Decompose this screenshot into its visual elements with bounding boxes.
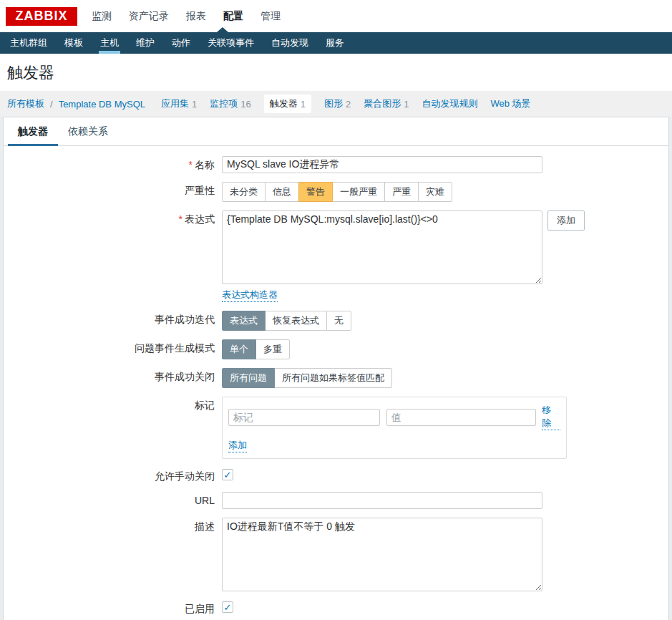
row-ok-event-generation: 事件成功迭代 表达式 恢复表达式 无	[4, 311, 668, 331]
form-tabs: 触发器 依赖关系	[4, 117, 668, 146]
ok-gen-none[interactable]: 无	[326, 311, 351, 331]
entity-tab-label: 触发器	[270, 97, 298, 110]
entity-tab-label: 图形	[324, 97, 343, 110]
severity-warning[interactable]: 警告	[298, 182, 333, 202]
configuration-active-arrow-icon	[217, 27, 228, 32]
nav-templates[interactable]: 模板	[56, 32, 92, 54]
entity-tab-label: 自动发现规则	[422, 97, 477, 110]
top-header: ZABBIX 监测 资产记录 报表 配置 管理	[0, 0, 672, 32]
ok-closes-all-problems[interactable]: 所有问题	[222, 368, 275, 388]
description-textarea[interactable]: IO进程最新T值不等于 0 触发	[222, 518, 542, 591]
nav-host-groups[interactable]: 主机群组	[1, 32, 56, 54]
page-title: 触发器	[7, 62, 665, 84]
row-enabled: 已启用 ✓	[4, 600, 668, 616]
name-label-text: 名称	[195, 159, 215, 170]
row-expression: *表达式 {Template DB MySQL:mysql.slave[io].…	[4, 210, 668, 302]
tab-dependencies[interactable]: 依赖关系	[58, 117, 118, 145]
tag-add-link[interactable]: 添加	[228, 439, 247, 452]
nav-services[interactable]: 服务	[317, 32, 353, 54]
tag-name-input[interactable]	[228, 409, 380, 426]
entity-tab-label: Web 场景	[490, 97, 530, 110]
content-panel: 触发器 依赖关系 *名称 严重性 未分类 信息 警告 一般严重 严重 灾难	[3, 117, 669, 620]
ok-gen-expression[interactable]: 表达式	[222, 311, 266, 331]
checkmark-icon: ✓	[224, 470, 232, 480]
severity-average[interactable]: 一般严重	[332, 182, 385, 202]
expression-label: *表达式	[4, 210, 222, 302]
row-severity: 严重性 未分类 信息 警告 一般严重 严重 灾难	[4, 182, 668, 202]
manual-close-label: 允许手动关闭	[4, 468, 222, 483]
ok-event-generation-group: 表达式 恢复表达式 无	[222, 311, 351, 331]
required-mark: *	[189, 159, 193, 170]
checkmark-icon: ✓	[224, 602, 232, 613]
entity-tab-label: 应用集	[161, 97, 189, 110]
top-menu-administration[interactable]: 管理	[260, 10, 281, 23]
tags-label: 标记	[4, 397, 222, 459]
top-menu-inventory[interactable]: 资产记录	[129, 10, 169, 23]
sub-nav: 主机群组 模板 主机 维护 动作 关联项事件 自动发现 服务	[0, 32, 672, 54]
expression-constructor-link[interactable]: 表达式构造器	[222, 289, 278, 302]
entity-tab-screens[interactable]: 聚合图形 1	[364, 97, 409, 110]
ok-event-closes-label: 事件成功关闭	[4, 368, 222, 388]
tag-value-input[interactable]	[386, 409, 537, 426]
breadcrumb-all-templates[interactable]: 所有模板	[7, 97, 44, 110]
name-input[interactable]	[222, 156, 542, 173]
ok-event-closes-group: 所有问题 所有问题如果标签值匹配	[222, 368, 392, 388]
problem-event-mode-label: 问题事件生成模式	[4, 339, 222, 359]
row-description: 描述 IO进程最新T值不等于 0 触发	[4, 518, 668, 591]
top-menu-monitoring[interactable]: 监测	[92, 10, 112, 23]
top-menu-reports[interactable]: 报表	[186, 10, 206, 23]
entity-tab-count: 1	[301, 99, 306, 110]
row-tags: 标记 移除 添加	[4, 397, 668, 459]
description-label: 描述	[4, 518, 222, 591]
entity-tab-items[interactable]: 监控项 16	[210, 97, 250, 110]
nav-event-correlation[interactable]: 关联项事件	[199, 32, 263, 54]
entity-tab-triggers[interactable]: 触发器 1	[264, 95, 311, 113]
entity-tab-count: 1	[404, 99, 409, 110]
row-url: URL	[4, 492, 668, 509]
entity-tab-graphs[interactable]: 图形 2	[324, 97, 351, 110]
nav-hosts[interactable]: 主机	[92, 32, 127, 54]
expression-textarea[interactable]: {Template DB MySQL:mysql.slave[io].last(…	[222, 210, 542, 284]
title-band: 触发器	[0, 54, 672, 91]
expression-add-button[interactable]: 添加	[547, 210, 585, 231]
entity-tab-count: 16	[240, 99, 250, 110]
nav-actions[interactable]: 动作	[163, 32, 199, 54]
url-input[interactable]	[222, 492, 542, 509]
enabled-checkbox[interactable]: ✓	[222, 601, 233, 613]
ok-gen-recovery-expression[interactable]: 恢复表达式	[265, 311, 327, 331]
expression-label-text: 表达式	[185, 213, 215, 225]
ok-closes-all-if-tag-matches[interactable]: 所有问题如果标签值匹配	[274, 368, 392, 388]
entity-tabs: 应用集 1 监控项 16 触发器 1 图形 2 聚合图形 1 自动发现规则 We…	[161, 95, 531, 113]
severity-disaster[interactable]: 灾难	[418, 182, 452, 202]
top-menu-configuration[interactable]: 配置	[223, 10, 243, 23]
entity-tab-label: 聚合图形	[364, 97, 401, 110]
entity-tab-web-scenarios[interactable]: Web 场景	[490, 97, 530, 110]
tag-remove-link[interactable]: 移除	[542, 404, 560, 430]
row-problem-event-mode: 问题事件生成模式 单个 多重	[4, 339, 668, 359]
nav-maintenance[interactable]: 维护	[127, 32, 163, 54]
severity-group: 未分类 信息 警告 一般严重 严重 灾难	[222, 182, 452, 202]
tags-box: 移除 添加	[222, 397, 567, 459]
problem-mode-single[interactable]: 单个	[222, 339, 256, 359]
severity-information[interactable]: 信息	[265, 182, 299, 202]
breadcrumb: 所有模板 / Template DB MySQL 应用集 1 监控项 16 触发…	[0, 91, 672, 117]
enabled-label: 已启用	[4, 600, 222, 616]
zabbix-logo[interactable]: ZABBIX	[6, 7, 77, 26]
manual-close-checkbox[interactable]: ✓	[222, 469, 233, 480]
entity-tab-count: 1	[192, 99, 197, 110]
entity-tab-applications[interactable]: 应用集 1	[161, 97, 197, 110]
breadcrumb-template-link[interactable]: Template DB MySQL	[59, 99, 145, 110]
top-menu: 监测 资产记录 报表 配置 管理	[92, 10, 281, 23]
trigger-form: *名称 严重性 未分类 信息 警告 一般严重 严重 灾难 *表达式	[4, 146, 668, 620]
entity-tab-discovery-rules[interactable]: 自动发现规则	[422, 97, 477, 110]
breadcrumb-separator: /	[50, 99, 53, 110]
tag-row: 移除	[228, 404, 560, 430]
severity-not-classified[interactable]: 未分类	[222, 182, 266, 202]
row-ok-event-closes: 事件成功关闭 所有问题 所有问题如果标签值匹配	[4, 368, 668, 388]
entity-tab-count: 2	[346, 99, 351, 110]
tab-trigger[interactable]: 触发器	[8, 117, 58, 146]
ok-event-generation-label: 事件成功迭代	[4, 311, 222, 331]
nav-discovery[interactable]: 自动发现	[263, 32, 317, 54]
severity-high[interactable]: 严重	[384, 182, 419, 202]
problem-mode-multiple[interactable]: 多重	[255, 339, 290, 359]
